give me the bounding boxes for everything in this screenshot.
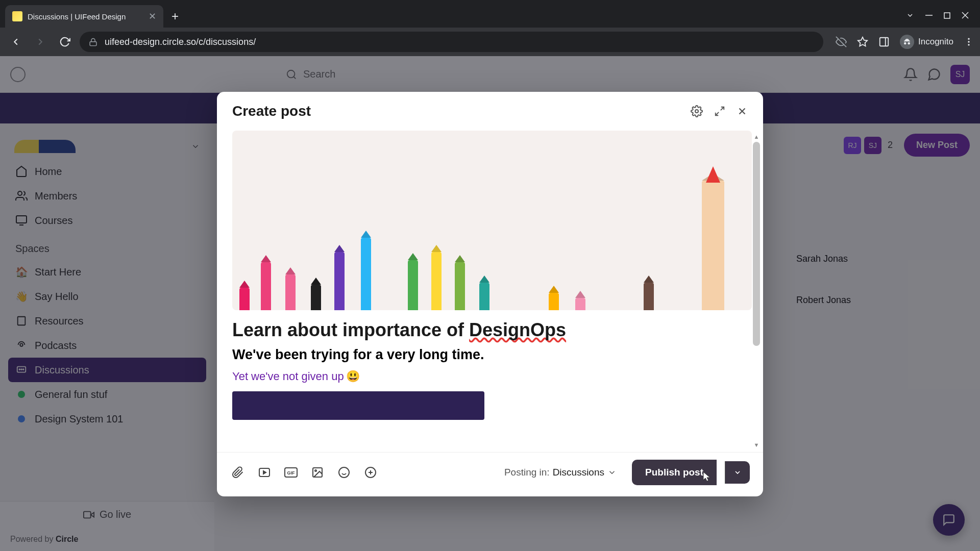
emoji-button[interactable] [336, 465, 352, 480]
smile-emoji-icon: 😃 [346, 370, 360, 383]
maximize-icon[interactable] [944, 11, 950, 19]
chevron-down-icon [607, 468, 617, 477]
incognito-label: Incognito [918, 37, 953, 47]
svg-point-11 [968, 44, 969, 45]
post-title[interactable]: Learn about importance of DesignOps [232, 319, 752, 341]
forward-button[interactable] [31, 32, 50, 52]
close-window-icon[interactable] [962, 11, 969, 19]
gif-button[interactable]: GIF [283, 465, 299, 480]
tab-title: Discussions | UIFeed Design [28, 12, 143, 21]
svg-line-27 [716, 112, 719, 115]
panel-icon[interactable] [878, 36, 890, 47]
embed-block[interactable] [232, 391, 484, 420]
settings-button[interactable] [691, 105, 703, 117]
incognito-icon [900, 35, 914, 49]
create-post-modal: Create post [217, 92, 763, 496]
favicon-icon [12, 11, 22, 21]
editor-toolbar: GIF [230, 465, 378, 480]
modal-overlay[interactable]: Create post [0, 56, 980, 551]
add-block-button[interactable] [363, 465, 378, 480]
new-tab-button[interactable]: + [163, 9, 187, 23]
incognito-indicator[interactable]: Incognito [900, 35, 953, 49]
spell-error-word: DesignOps [469, 319, 566, 340]
image-button[interactable] [310, 465, 325, 480]
chevron-down-icon[interactable] [906, 11, 914, 19]
scroll-down-icon[interactable]: ▼ [754, 442, 760, 449]
svg-rect-4 [90, 41, 96, 45]
modal-body: Learn about importance of DesignOps We'v… [217, 131, 763, 452]
svg-point-35 [315, 470, 316, 471]
eye-off-icon[interactable] [836, 36, 847, 47]
attachment-button[interactable] [230, 465, 246, 480]
svg-point-25 [695, 110, 698, 113]
cursor-icon [702, 471, 712, 482]
menu-icon[interactable] [964, 37, 974, 47]
modal-header: Create post [217, 92, 763, 131]
browser-tab-bar: Discussions | UIFeed Design ✕ + [0, 0, 980, 28]
scrollbar[interactable]: ▲ ▼ [752, 134, 761, 449]
publish-dropdown-button[interactable] [725, 461, 750, 484]
svg-text:GIF: GIF [287, 470, 296, 475]
reload-button[interactable] [55, 32, 75, 52]
address-bar[interactable]: uifeed-design.circle.so/c/discussions/ [80, 32, 823, 52]
svg-rect-7 [880, 38, 889, 46]
expand-button[interactable] [714, 106, 725, 117]
posting-in-label: Posting in: [504, 467, 550, 478]
svg-point-9 [968, 38, 969, 40]
close-button[interactable] [737, 106, 748, 117]
browser-tab[interactable]: Discussions | UIFeed Design ✕ [5, 5, 163, 28]
modal-footer: GIF Posting in: Discussions Publish post [217, 452, 763, 496]
svg-rect-1 [944, 13, 950, 18]
svg-point-36 [339, 467, 349, 478]
close-tab-icon[interactable]: ✕ [149, 11, 156, 22]
video-button[interactable] [257, 465, 272, 480]
minimize-icon[interactable] [925, 11, 933, 19]
cover-image[interactable] [232, 131, 752, 310]
posting-in-space: Discussions [553, 467, 604, 478]
scroll-up-icon[interactable]: ▲ [754, 134, 760, 141]
svg-marker-31 [263, 471, 266, 474]
modal-title: Create post [232, 103, 311, 119]
url-text: uifeed-design.circle.so/c/discussions/ [105, 37, 814, 47]
publish-button[interactable]: Publish post [632, 460, 717, 485]
back-button[interactable] [6, 32, 26, 52]
star-icon[interactable] [857, 36, 868, 47]
posting-in-selector[interactable]: Posting in: Discussions [504, 467, 617, 478]
lock-icon [89, 38, 97, 46]
browser-toolbar: uifeed-design.circle.so/c/discussions/ I… [0, 28, 980, 56]
post-subtitle[interactable]: We've been trying for a very long time. [232, 347, 752, 363]
svg-line-26 [721, 107, 724, 110]
post-body-link[interactable]: Yet we've not given up😃 [232, 370, 752, 383]
scroll-thumb[interactable] [753, 142, 760, 346]
svg-point-10 [968, 41, 969, 42]
svg-marker-6 [858, 37, 867, 46]
